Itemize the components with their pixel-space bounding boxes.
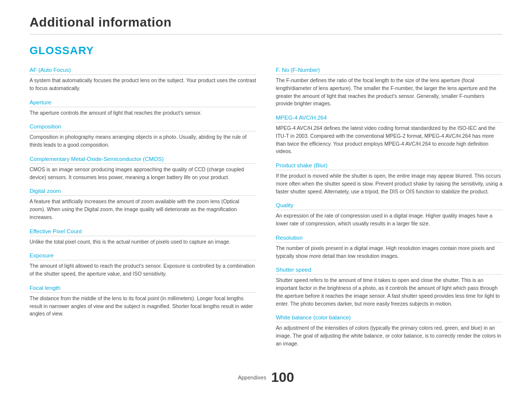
glossary-definition: If the product is moved while the shutte… xyxy=(276,172,502,195)
glossary-item: MPEG-4 AVC/H.264MPEG-4 AVC/H.264 defines… xyxy=(276,115,502,156)
page-title: Additional information xyxy=(30,15,502,30)
glossary-definition: An adjustment of the intensities of colo… xyxy=(276,324,502,347)
glossary-term: Aperture xyxy=(30,99,256,107)
left-column: AF (Auto Focus)A system that automatical… xyxy=(30,67,256,355)
glossary-item: Digital zoomA feature that artificially … xyxy=(30,188,256,221)
glossary-item: CompositionComposition in photography me… xyxy=(30,124,256,149)
glossary-term: Shutter speed xyxy=(276,267,502,275)
glossary-term: F. No (F-Number) xyxy=(276,67,502,75)
glossary-definition: The number of pixels present in a digita… xyxy=(276,245,502,260)
glossary-definition: A feature that artificially increases th… xyxy=(30,198,256,221)
glossary-definition: The distance from the middle of the lens… xyxy=(30,295,256,318)
glossary-term: Product shake (Blur) xyxy=(276,162,502,170)
glossary-definition: Composition in photography means arrangi… xyxy=(30,133,256,149)
glossary-definition: Unlike the total pixel count, this is th… xyxy=(30,238,256,246)
glossary-term: Resolution xyxy=(276,235,502,243)
glossary-definition: CMOS is an image sensor producing images… xyxy=(30,166,256,182)
glossary-term: AF (Auto Focus) xyxy=(30,67,256,75)
glossary-item: Focal lengthThe distance from the middle… xyxy=(30,285,256,318)
glossary-heading: GLOSSARY xyxy=(30,44,502,57)
glossary-item: F. No (F-Number)The F-number defines the… xyxy=(276,67,502,108)
glossary-term: Effective Pixel Count xyxy=(30,228,256,236)
glossary-item: White balance (color balance)An adjustme… xyxy=(276,314,502,347)
glossary-term: MPEG-4 AVC/H.264 xyxy=(276,115,502,123)
glossary-definition: The aperture controls the amount of ligh… xyxy=(30,109,256,117)
glossary-item: ExposureThe amount of light allowed to r… xyxy=(30,252,256,278)
glossary-item: Complementary Metal-Oxide-Semiconductor … xyxy=(30,156,256,182)
glossary-item: Product shake (Blur)If the product is mo… xyxy=(276,162,502,195)
glossary-term: White balance (color balance) xyxy=(276,314,502,322)
glossary-definition: Shutter speed refers to the amount of ti… xyxy=(276,277,502,308)
glossary-definition: MPEG-4 AVC/H.264 defines the latest vide… xyxy=(276,125,502,156)
glossary-term: Composition xyxy=(30,124,256,131)
glossary-item: AF (Auto Focus)A system that automatical… xyxy=(30,67,256,93)
glossary-definition: An expression of the rate of compression… xyxy=(276,212,502,228)
footer-page: 100 xyxy=(271,370,294,385)
glossary-item: QualityAn expression of the rate of comp… xyxy=(276,202,502,228)
glossary-term: Exposure xyxy=(30,252,256,260)
glossary-item: Effective Pixel CountUnlike the total pi… xyxy=(30,228,256,246)
footer: Appendixes 100 xyxy=(30,370,502,385)
title-divider xyxy=(30,34,502,34)
glossary-definition: The F-number defines the ratio of the fo… xyxy=(276,77,502,108)
right-column: F. No (F-Number)The F-number defines the… xyxy=(276,67,502,355)
glossary-term: Digital zoom xyxy=(30,188,256,196)
glossary-term: Focal length xyxy=(30,285,256,293)
glossary-item: ResolutionThe number of pixels present i… xyxy=(276,235,502,260)
glossary-item: Shutter speedShutter speed refers to the… xyxy=(276,267,502,308)
glossary-item: ApertureThe aperture controls the amount… xyxy=(30,99,256,117)
glossary-term: Quality xyxy=(276,202,502,210)
glossary-columns: AF (Auto Focus)A system that automatical… xyxy=(30,67,502,355)
glossary-definition: A system that automatically focuses the … xyxy=(30,77,256,93)
glossary-definition: The amount of light allowed to reach the… xyxy=(30,262,256,278)
glossary-term: Complementary Metal-Oxide-Semiconductor … xyxy=(30,156,256,164)
footer-label: Appendixes xyxy=(238,375,266,380)
